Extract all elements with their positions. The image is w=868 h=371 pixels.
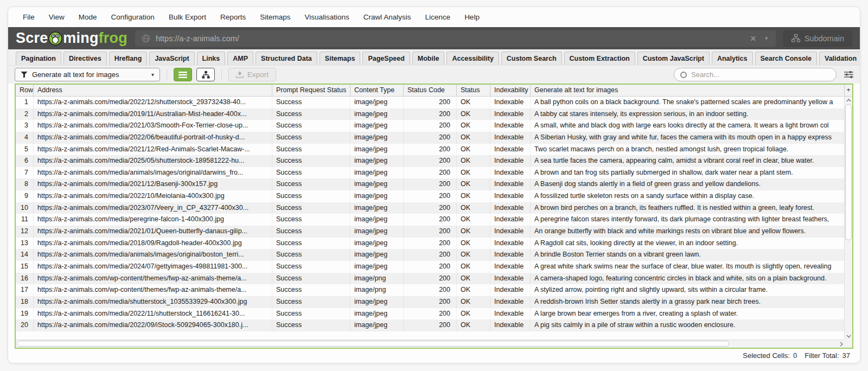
cell-address[interactable]: https://a-z-animals.com/media/2022/09/iS…	[33, 319, 272, 331]
cell-address[interactable]: https://a-z-animals.com/media/2025/05/sh…	[33, 155, 272, 167]
cell-status-code: 200	[403, 178, 456, 190]
tree-view-button[interactable]	[196, 68, 215, 81]
menu-item-bulk-export[interactable]: Bulk Export	[162, 13, 213, 21]
url-value[interactable]: https://a-z-animals.com/	[156, 34, 742, 43]
table-row[interactable]: 20 https://a-z-animals.com/media/2022/09…	[16, 319, 844, 331]
table-row[interactable]: 19 https://a-z-animals.com/media/2022/11…	[16, 308, 844, 320]
cell-address[interactable]: https://a-z-animals.com/media/animals/im…	[33, 249, 272, 261]
table-row[interactable]: 16 https://a-z-animals.com/wp-content/th…	[16, 273, 844, 285]
cell-address[interactable]: https://a-z-animals.com/media/2022/11/sh…	[33, 308, 272, 320]
cell-address[interactable]: https://a-z-animals.com/media/2021/03/Sm…	[33, 120, 272, 132]
column-header-generate-alt-text-for-images[interactable]: Generate alt text for images	[530, 85, 844, 96]
menu-item-licence[interactable]: Licence	[418, 13, 458, 21]
column-header-address[interactable]: Address	[33, 85, 272, 96]
table-row[interactable]: 6 https://a-z-animals.com/media/2025/05/…	[16, 155, 844, 167]
cell-address[interactable]: https://a-z-animals.com/media/2018/09/Ra…	[33, 238, 272, 250]
menu-item-mode[interactable]: Mode	[72, 13, 104, 21]
tab-structured-data[interactable]: Structured Data	[256, 52, 317, 65]
add-column-button[interactable]: +	[844, 85, 852, 97]
menu-item-crawl-analysis[interactable]: Crawl Analysis	[356, 13, 418, 21]
menu-item-visualisations[interactable]: Visualisations	[297, 13, 356, 21]
tab-analytics[interactable]: Analytics	[712, 52, 753, 65]
cell-address[interactable]: https://a-z-animals.com/media/2024/07/ge…	[33, 261, 272, 273]
tab-hreflang[interactable]: Hreflang	[109, 52, 148, 65]
table-row[interactable]: 15 https://a-z-animals.com/media/2024/07…	[16, 261, 844, 273]
cell-alt-text: A Basenji dog stands alertly in a field …	[530, 178, 844, 190]
horizontal-scrollbar[interactable]	[16, 340, 844, 348]
tab-custom-extraction[interactable]: Custom Extraction	[564, 52, 635, 65]
table-row[interactable]: 18 https://a-z-animals.com/media/shutter…	[16, 296, 844, 308]
table-row[interactable]: 13 https://a-z-animals.com/media/2018/09…	[16, 238, 844, 250]
list-view-button[interactable]	[174, 68, 192, 81]
cell-address[interactable]: https://a-z-animals.com/media/2021/12/Ba…	[33, 178, 272, 190]
tab-pagination[interactable]: Pagination	[16, 52, 61, 65]
tab-links[interactable]: Links	[197, 52, 226, 65]
vertical-scrollbar-thumb[interactable]	[845, 104, 852, 240]
menu-item-configuration[interactable]: Configuration	[104, 13, 162, 21]
column-header-row[interactable]: Row	[16, 85, 33, 96]
filter-dropdown[interactable]: Generate alt text for images ▾	[15, 68, 160, 81]
table-row[interactable]: 8 https://a-z-animals.com/media/2021/12/…	[16, 178, 844, 190]
cell-address[interactable]: https://a-z-animals.com/media/2021/12/Re…	[33, 144, 272, 156]
table-row[interactable]: 9 https://a-z-animals.com/media/2022/10/…	[16, 190, 844, 202]
menu-item-reports[interactable]: Reports	[213, 13, 253, 21]
table-row[interactable]: 14 https://a-z-animals.com/media/animals…	[16, 249, 844, 261]
cell-address[interactable]: https://a-z-animals.com/media/peregrine-…	[33, 214, 272, 226]
search-input[interactable]: Search...	[674, 68, 837, 81]
tab-pagespeed[interactable]: PageSpeed	[362, 52, 410, 65]
table-row[interactable]: 11 https://a-z-animals.com/media/peregri…	[16, 214, 844, 226]
cell-address[interactable]: https://a-z-animals.com/media/animals/im…	[33, 167, 272, 179]
table-row[interactable]: 2 https://a-z-animals.com/media/2019/11/…	[16, 108, 844, 120]
vertical-scrollbar[interactable]	[844, 97, 852, 340]
url-history-chevron-down-icon[interactable]: ▾	[764, 35, 769, 42]
cell-content-type: image/jpeg	[350, 249, 403, 261]
menu-item-help[interactable]: Help	[457, 13, 487, 21]
tab-amp[interactable]: AMP	[227, 52, 253, 65]
cell-address[interactable]: https://a-z-animals.com/media/2022/06/be…	[33, 132, 272, 144]
url-input[interactable]: https://a-z-animals.com/ ✕ ▾	[135, 30, 776, 47]
cell-address[interactable]: https://a-z-animals.com/media/2022/12/sh…	[33, 97, 272, 108]
tab-custom-javascript[interactable]: Custom JavaScript	[637, 52, 710, 65]
column-header-status-code[interactable]: Status Code	[403, 85, 456, 96]
cell-address[interactable]: https://a-z-animals.com/media/2021/01/Qu…	[33, 226, 272, 238]
column-header-content-type[interactable]: Content Type	[350, 85, 403, 96]
tab-validation[interactable]: Validation	[819, 52, 860, 65]
clear-url-icon[interactable]: ✕	[748, 34, 758, 43]
table-row[interactable]: 17 https://a-z-animals.com/wp-content/th…	[16, 284, 844, 296]
cell-address[interactable]: https://a-z-animals.com/wp-content/theme…	[33, 284, 272, 296]
table-row[interactable]: 12 https://a-z-animals.com/media/2021/01…	[16, 226, 844, 238]
table-row[interactable]: 7 https://a-z-animals.com/media/animals/…	[16, 167, 844, 179]
menu-item-view[interactable]: View	[42, 13, 72, 21]
cell-address[interactable]: https://a-z-animals.com/media/2023/07/Ve…	[33, 202, 272, 214]
cell-prompt-request-status: Success	[272, 296, 350, 308]
tree-view-icon	[202, 71, 210, 79]
table-row[interactable]: 3 https://a-z-animals.com/media/2021/03/…	[16, 120, 844, 132]
scroll-right-icon[interactable]	[840, 340, 843, 348]
tab-directives[interactable]: Directives	[63, 52, 107, 65]
table-row[interactable]: 1 https://a-z-animals.com/media/2022/12/…	[16, 97, 844, 108]
cell-address[interactable]: https://a-z-animals.com/media/shuttersto…	[33, 296, 272, 308]
table-row[interactable]: 10 https://a-z-animals.com/media/2023/07…	[16, 202, 844, 214]
tab-mobile[interactable]: Mobile	[412, 52, 445, 65]
export-button[interactable]: Export	[228, 68, 276, 81]
cell-address[interactable]: https://a-z-animals.com/wp-content/theme…	[33, 273, 272, 285]
cell-address[interactable]: https://a-z-animals.com/media/2019/11/Au…	[33, 108, 272, 120]
tab-custom-search[interactable]: Custom Search	[501, 52, 562, 65]
tab-javascript[interactable]: JavaScript	[149, 52, 194, 65]
tab-sitemaps[interactable]: Sitemaps	[320, 52, 361, 65]
scroll-down-icon[interactable]	[845, 332, 852, 340]
column-header-status[interactable]: Status	[456, 85, 490, 96]
subdomain-scope-button[interactable]: Subdomain	[783, 30, 852, 47]
menu-item-sitemaps[interactable]: Sitemaps	[253, 13, 297, 21]
column-header-prompt-request-status[interactable]: Prompt Request Status	[272, 85, 350, 96]
table-row[interactable]: 5 https://a-z-animals.com/media/2021/12/…	[16, 144, 844, 156]
tab-search-console[interactable]: Search Console	[755, 52, 817, 65]
search-settings-sliders-icon[interactable]	[844, 71, 853, 79]
cell-address[interactable]: https://a-z-animals.com/media/2022/10/Me…	[33, 190, 272, 202]
tab-accessibility[interactable]: Accessibility	[446, 52, 499, 65]
horizontal-scrollbar-thumb[interactable]	[17, 341, 729, 347]
column-header-indexability[interactable]: Indexability	[490, 85, 530, 96]
scroll-up-icon[interactable]	[845, 97, 852, 104]
table-row[interactable]: 4 https://a-z-animals.com/media/2022/06/…	[16, 132, 844, 144]
menu-item-file[interactable]: File	[16, 13, 42, 21]
